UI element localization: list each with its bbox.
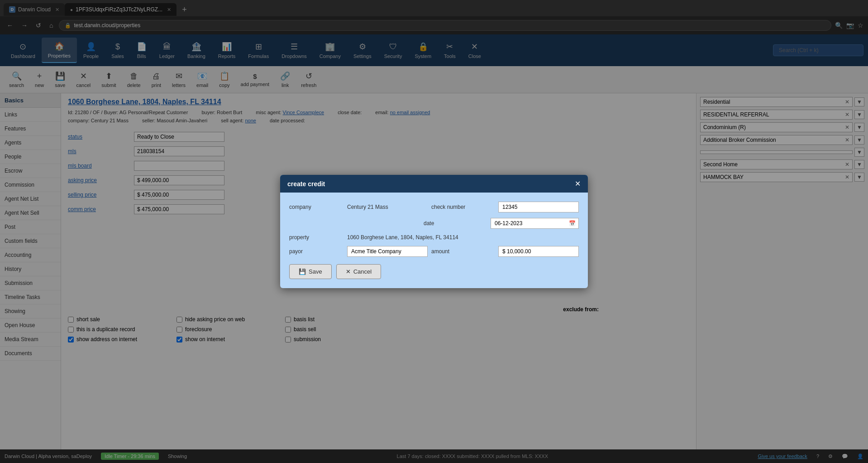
modal-cancel-icon: ✕ — [346, 268, 351, 275]
modal-company-row: company Century 21 Mass check number — [289, 202, 579, 212]
date-input[interactable] — [491, 218, 566, 228]
modal-header: create credit ✕ — [280, 175, 588, 193]
modal-title: create credit — [287, 180, 325, 188]
modal-overlay: create credit ✕ company Century 21 Mass … — [0, 0, 868, 463]
modal-payor-row: payor amount — [289, 246, 579, 257]
amount-input[interactable] — [498, 246, 579, 257]
company-label: company — [289, 204, 343, 210]
payor-input[interactable] — [347, 246, 428, 257]
property-label: property — [289, 234, 343, 241]
check-number-input[interactable] — [498, 202, 579, 212]
modal-date-row: date 📅 — [289, 218, 579, 229]
modal-close-button[interactable]: ✕ — [575, 179, 581, 188]
payor-label: payor — [289, 248, 343, 255]
modal-body: company Century 21 Mass check number dat… — [280, 193, 588, 288]
create-credit-modal: create credit ✕ company Century 21 Mass … — [280, 175, 588, 288]
date-field-label: date — [424, 220, 487, 227]
company-value: Century 21 Mass — [347, 204, 428, 210]
date-input-wrapper: 📅 — [491, 218, 579, 229]
property-value: 1060 Borghese Lane, 1804, Naples, FL 341… — [347, 234, 579, 241]
check-number-label: check number — [431, 204, 495, 210]
amount-label: amount — [431, 248, 495, 255]
modal-save-icon: 💾 — [299, 268, 306, 275]
modal-property-row: property 1060 Borghese Lane, 1804, Naple… — [289, 234, 579, 241]
modal-cancel-button[interactable]: ✕ Cancel — [336, 264, 381, 279]
modal-save-label: Save — [309, 268, 322, 275]
modal-save-button[interactable]: 💾 Save — [289, 264, 332, 279]
modal-cancel-label: Cancel — [353, 268, 372, 275]
calendar-icon[interactable]: 📅 — [566, 218, 578, 228]
modal-actions: 💾 Save ✕ Cancel — [289, 264, 579, 279]
